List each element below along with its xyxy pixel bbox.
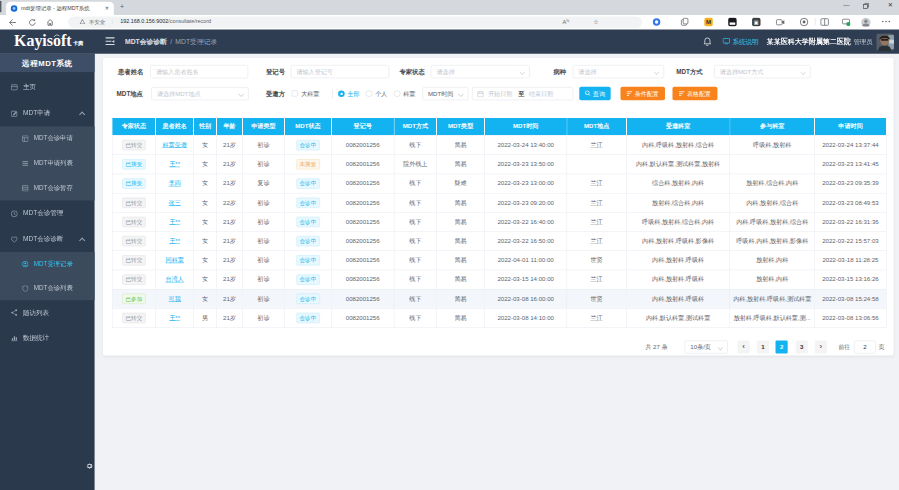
svg-text:▣: ▣ [754,19,759,25]
svg-text:M: M [706,18,711,25]
